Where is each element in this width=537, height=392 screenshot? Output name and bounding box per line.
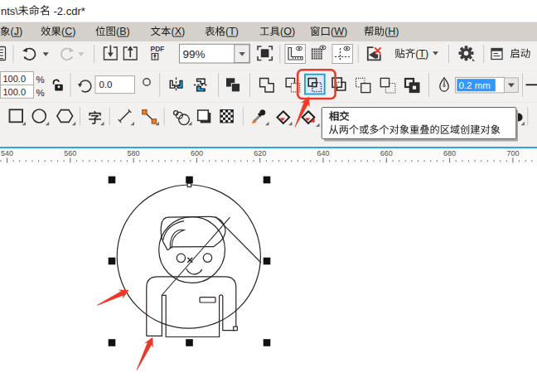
svg-text:0.2 mm: 0.2 mm [459, 80, 491, 90]
svg-text:(T): (T) [415, 48, 428, 60]
svg-text:%: % [36, 88, 45, 98]
svg-text:(O): (O) [280, 26, 295, 37]
svg-text:600: 600 [191, 149, 203, 157]
svg-text:700: 700 [506, 149, 519, 157]
svg-text:(C): (C) [61, 26, 75, 37]
svg-text:680: 680 [443, 149, 456, 157]
svg-text:620: 620 [254, 149, 266, 157]
svg-text:(J): (J) [11, 26, 23, 37]
svg-text:(W): (W) [331, 26, 347, 37]
svg-text:.: . [492, 124, 495, 136]
svg-text:-2.cdr*: -2.cdr* [54, 5, 85, 17]
svg-text:PDF: PDF [151, 45, 165, 53]
svg-text:640: 640 [317, 149, 329, 157]
svg-text:0.0: 0.0 [99, 80, 113, 90]
svg-text:560: 560 [64, 149, 76, 157]
svg-text:nts\: nts\ [1, 5, 18, 17]
svg-text:(H): (H) [385, 26, 399, 37]
svg-text:(B): (B) [116, 26, 130, 37]
svg-text:580: 580 [128, 149, 140, 157]
svg-text:660: 660 [380, 149, 393, 157]
svg-text:99%: 99% [183, 48, 206, 60]
svg-text:%: % [36, 75, 45, 85]
svg-text:540: 540 [1, 149, 13, 157]
svg-text:100.0: 100.0 [3, 74, 27, 84]
svg-text:(X): (X) [172, 26, 186, 37]
svg-text:(T): (T) [225, 26, 239, 37]
svg-text:100.0: 100.0 [3, 87, 27, 97]
